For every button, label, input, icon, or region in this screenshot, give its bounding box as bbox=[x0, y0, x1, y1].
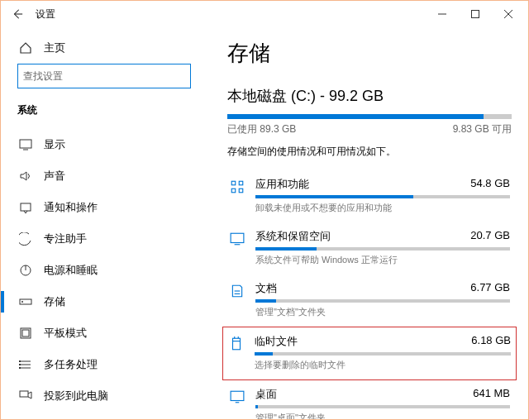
category-label: 应用和功能 bbox=[255, 177, 309, 192]
category-bar bbox=[255, 247, 510, 251]
svg-point-10 bbox=[21, 301, 23, 303]
sidebar-item-label: 存储 bbox=[44, 294, 65, 309]
category-bar bbox=[255, 195, 510, 198]
storage-desc: 存储空间的使用情况和可用情况如下。 bbox=[227, 145, 512, 159]
sidebar-item-project[interactable]: 投影到此电脑 bbox=[17, 380, 191, 412]
display-icon bbox=[19, 138, 32, 151]
sidebar-item-label: 通知和操作 bbox=[44, 200, 98, 215]
sidebar-item-label: 平板模式 bbox=[44, 326, 87, 341]
free-label: 9.83 GB 可用 bbox=[453, 122, 512, 136]
category-sub: 选择要删除的临时文件 bbox=[255, 359, 511, 371]
temp-icon bbox=[228, 336, 245, 352]
sidebar-item-notifications[interactable]: 通知和操作 bbox=[17, 192, 191, 223]
focus-icon bbox=[19, 232, 32, 246]
sidebar-item-label: 多任务处理 bbox=[44, 357, 98, 372]
svg-rect-16 bbox=[19, 360, 21, 362]
sidebar-item-focus[interactable]: 专注助手 bbox=[17, 223, 191, 255]
category-size: 6.18 GB bbox=[471, 334, 511, 349]
category-label: 系统 bbox=[17, 103, 191, 117]
svg-rect-12 bbox=[22, 330, 29, 336]
storage-category[interactable]: 应用和功能54.8 GB卸载未使用或不想要的应用和功能 bbox=[227, 170, 512, 222]
project-icon bbox=[19, 389, 32, 403]
window-controls bbox=[426, 1, 525, 27]
category-label: 文档 bbox=[255, 281, 277, 296]
category-label: 临时文件 bbox=[255, 334, 298, 349]
sound-icon bbox=[19, 169, 32, 183]
svg-rect-1 bbox=[472, 11, 479, 18]
svg-rect-21 bbox=[239, 181, 243, 185]
category-bar bbox=[255, 299, 510, 303]
svg-rect-17 bbox=[19, 364, 21, 365]
category-size: 641 MB bbox=[473, 387, 510, 402]
back-button[interactable] bbox=[4, 1, 31, 27]
category-sub: 卸载未使用或不想要的应用和功能 bbox=[255, 202, 510, 214]
home-link[interactable]: 主页 bbox=[17, 36, 191, 64]
tablet-icon bbox=[19, 327, 32, 340]
storage-category[interactable]: 系统和保留空间20.7 GB系统文件可帮助 Windows 正常运行 bbox=[227, 222, 512, 274]
power-icon bbox=[19, 264, 32, 277]
svg-rect-20 bbox=[231, 181, 236, 185]
svg-rect-32 bbox=[231, 391, 244, 400]
storage-category[interactable]: 桌面641 MB管理"桌面"文件夹 bbox=[227, 380, 512, 419]
titlebar: 设置 bbox=[1, 1, 528, 27]
disk-title: 本地磁盘 (C:) - 99.2 GB bbox=[227, 86, 512, 106]
sidebar-item-sound[interactable]: 声音 bbox=[17, 160, 191, 192]
storage-category[interactable]: 文档6.77 GB管理"文档"文件夹 bbox=[227, 274, 512, 327]
sidebar-item-storage[interactable]: 存储 bbox=[17, 286, 191, 317]
storage-category[interactable]: 临时文件6.18 GB选择要删除的临时文件 bbox=[222, 327, 517, 380]
sidebar-item-label: 投影到此电脑 bbox=[44, 389, 108, 403]
svg-rect-24 bbox=[231, 233, 244, 242]
category-bar bbox=[255, 352, 511, 356]
main-pane: 存储 本地磁盘 (C:) - 99.2 GB 已使用 89.3 GB 9.83 … bbox=[207, 27, 528, 419]
documents-icon bbox=[229, 283, 245, 299]
category-sub: 管理"桌面"文件夹 bbox=[255, 412, 510, 419]
category-label: 系统和保留空间 bbox=[255, 229, 331, 244]
category-size: 20.7 GB bbox=[470, 229, 510, 244]
sidebar-item-power[interactable]: 电源和睡眠 bbox=[17, 255, 191, 286]
system-icon bbox=[229, 231, 245, 247]
sidebar-item-label: 显示 bbox=[44, 137, 65, 152]
notification-icon bbox=[19, 201, 32, 214]
sidebar-item-label: 电源和睡眠 bbox=[44, 263, 98, 278]
svg-rect-22 bbox=[231, 189, 236, 193]
window-title: 设置 bbox=[36, 7, 55, 21]
category-bar bbox=[255, 405, 510, 408]
desktop-icon bbox=[229, 389, 245, 405]
category-size: 6.77 GB bbox=[470, 281, 510, 296]
close-button[interactable] bbox=[492, 1, 525, 27]
apps-icon bbox=[229, 179, 245, 195]
home-icon bbox=[19, 41, 32, 55]
maximize-button[interactable] bbox=[459, 1, 492, 27]
category-sub: 系统文件可帮助 Windows 正常运行 bbox=[255, 254, 510, 266]
home-label: 主页 bbox=[44, 41, 65, 55]
sidebar-item-label: 声音 bbox=[44, 169, 65, 184]
storage-icon bbox=[19, 295, 32, 308]
svg-rect-6 bbox=[21, 203, 31, 211]
sidebar-item-tablet[interactable]: 平板模式 bbox=[17, 317, 191, 349]
search-placeholder: 查找设置 bbox=[23, 69, 185, 84]
used-label: 已使用 89.3 GB bbox=[227, 122, 296, 136]
category-label: 桌面 bbox=[255, 387, 277, 402]
sidebar: 主页 查找设置 系统 显示 声音 通知和操作 专注助手 电源和睡眠 存储 bbox=[1, 27, 207, 419]
svg-rect-23 bbox=[239, 189, 243, 193]
svg-rect-19 bbox=[20, 391, 28, 397]
multitask-icon bbox=[19, 358, 32, 371]
disk-usage-bar bbox=[227, 114, 512, 119]
sidebar-item-display[interactable]: 显示 bbox=[17, 129, 191, 160]
svg-rect-18 bbox=[19, 367, 21, 369]
svg-rect-28 bbox=[233, 338, 241, 350]
svg-rect-4 bbox=[20, 140, 31, 148]
disk-usage-fill bbox=[227, 114, 484, 119]
category-sub: 管理"文档"文件夹 bbox=[255, 306, 510, 318]
search-input[interactable]: 查找设置 bbox=[17, 64, 191, 88]
minimize-button[interactable] bbox=[426, 1, 459, 27]
sidebar-item-label: 专注助手 bbox=[44, 231, 87, 246]
page-title: 存储 bbox=[227, 39, 512, 68]
category-size: 54.8 GB bbox=[470, 177, 510, 192]
sidebar-item-multitask[interactable]: 多任务处理 bbox=[17, 349, 191, 380]
